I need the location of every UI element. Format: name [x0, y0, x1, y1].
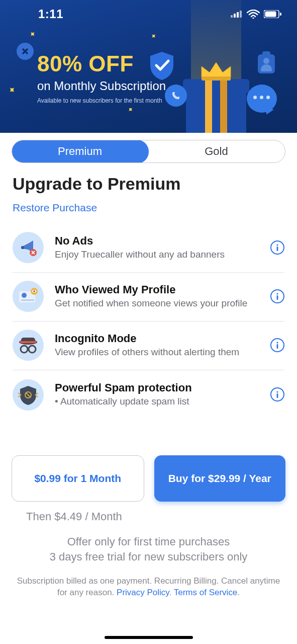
info-icon [275, 244, 280, 252]
feature-list: No Ads Enjoy Truecaller without any ad b… [13, 231, 284, 413]
svg-rect-3 [240, 11, 242, 18]
feature-desc: Get notified when someone views your pro… [55, 297, 259, 310]
page-title: Upgrade to Premium [13, 174, 284, 194]
feature-title: Who Viewed My Profile [55, 283, 259, 296]
restore-purchase-link[interactable]: Restore Purchase [13, 202, 284, 214]
hero-subtitle: on Monthly Subscription [37, 79, 166, 93]
svg-rect-2 [237, 12, 239, 18]
legal-text: Subscription billed as one payment. Recu… [0, 576, 297, 599]
feature-title: Incognito Mode [55, 332, 259, 345]
info-icon [275, 292, 280, 300]
terms-of-service-link[interactable]: Terms of Service [174, 588, 238, 597]
wifi-icon [247, 10, 260, 19]
info-button[interactable] [270, 289, 284, 303]
home-indicator[interactable] [105, 636, 193, 639]
status-bar: 1:11 [0, 0, 297, 28]
feature-desc: • Automatically update spam list [55, 395, 259, 408]
cellular-icon [231, 11, 243, 18]
svg-rect-8 [202, 76, 231, 80]
feature-who-viewed: Who Viewed My Profile Get notified when … [13, 273, 284, 321]
svg-rect-0 [231, 15, 233, 18]
svg-rect-12 [277, 247, 278, 251]
svg-rect-23 [20, 341, 36, 343]
status-time: 1:11 [38, 7, 63, 21]
svg-point-26 [276, 342, 278, 343]
hero-fineprint: Available to new subscribers for the fir… [37, 97, 166, 104]
gift-box-illustration [186, 60, 246, 133]
close-button[interactable] [17, 43, 34, 60]
svg-rect-20 [277, 295, 278, 300]
svg-rect-1 [234, 14, 236, 18]
svg-point-18 [33, 290, 35, 292]
feature-spam-protection: Powerful Spam protection • Automatically… [13, 370, 284, 413]
incognito-icon [13, 330, 44, 361]
svg-rect-27 [277, 344, 278, 349]
feature-title: No Ads [55, 234, 259, 248]
info-icon [275, 390, 280, 398]
profile-eye-icon [13, 281, 44, 312]
svg-rect-9 [21, 246, 24, 249]
svg-point-25 [29, 346, 36, 353]
svg-point-11 [276, 244, 278, 246]
feature-desc: View profiles of others without alerting… [55, 346, 259, 359]
svg-point-4 [252, 17, 254, 19]
svg-point-29 [276, 391, 278, 392]
tier-segmented-control: Premium Gold [12, 140, 285, 163]
info-button[interactable] [270, 387, 284, 401]
close-icon [21, 47, 29, 55]
svg-rect-15 [21, 299, 34, 301]
shield-badge-icon [13, 379, 44, 411]
svg-rect-30 [277, 393, 278, 398]
svg-rect-6 [265, 11, 276, 17]
privacy-policy-link[interactable]: Privacy Policy [117, 588, 169, 597]
svg-rect-7 [280, 13, 281, 16]
renewal-price: Then $4.49 / Month [26, 510, 122, 523]
info-button[interactable] [270, 338, 284, 352]
hero-headline: 80% OFF [37, 51, 166, 76]
buy-year-button[interactable]: Buy for $29.99 / Year [154, 455, 286, 502]
buy-month-button[interactable]: $0.99 for 1 Month [12, 455, 144, 502]
feature-incognito: Incognito Mode View profiles of others w… [13, 321, 284, 370]
info-icon [275, 341, 280, 349]
svg-point-24 [21, 346, 28, 353]
feature-title: Powerful Spam protection [55, 381, 259, 394]
svg-point-14 [22, 293, 27, 298]
shield-check-icon [148, 51, 175, 81]
battery-icon [264, 10, 282, 18]
chat-bubble-icon [247, 85, 277, 113]
feature-no-ads: No Ads Enjoy Truecaller without any ad b… [13, 231, 284, 273]
megaphone-icon [13, 232, 44, 263]
crown-icon [200, 59, 233, 82]
offer-note: Offer only for first time purchases 3 da… [0, 534, 297, 564]
contact-card-icon [258, 54, 275, 73]
tab-gold[interactable]: Gold [148, 140, 285, 163]
info-button[interactable] [270, 240, 284, 255]
tab-premium[interactable]: Premium [12, 140, 149, 163]
feature-desc: Enjoy Truecaller without any ad banners [55, 249, 259, 261]
svg-point-19 [276, 293, 278, 294]
phone-bubble-icon [165, 85, 187, 107]
